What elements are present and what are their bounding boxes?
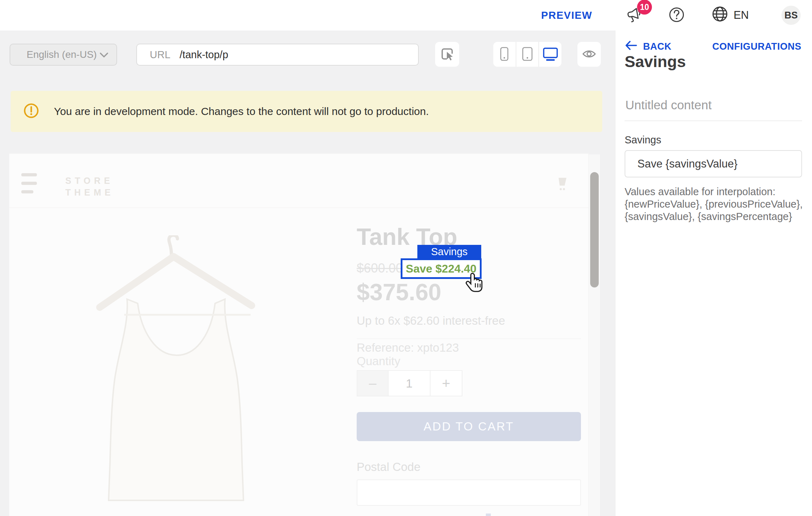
phone-icon [500, 47, 509, 62]
top-bar: PREVIEW 10 [0, 0, 812, 31]
chevron-down-icon [99, 49, 109, 60]
preview-pane: English (en-US) URL [0, 31, 615, 516]
eye-icon [582, 49, 597, 60]
locale-select[interactable]: English (en-US) [10, 44, 117, 66]
savings-value-text: Save $224.40 [402, 260, 480, 277]
savings-block-tag: Savings [417, 245, 481, 258]
device-toggle-group [493, 42, 561, 67]
device-desktop-button[interactable] [538, 42, 561, 67]
site-editor: PREVIEW 10 [0, 0, 812, 516]
details-divider [357, 339, 581, 339]
tablet-icon [522, 47, 533, 62]
preview-link[interactable]: PREVIEW [541, 10, 592, 21]
element-selector-button[interactable] [435, 42, 459, 67]
back-button[interactable]: BACK [625, 40, 671, 53]
interpolation-helper-text: Values available for interpolation: {new… [625, 186, 804, 223]
device-tablet-button[interactable] [516, 42, 539, 67]
savings-block-highlight[interactable]: Save $224.40 [401, 258, 482, 279]
configurations-link[interactable]: CONFIGURATIONS [712, 41, 801, 52]
quantity-value: 1 [389, 371, 430, 396]
selling-price: $375.60 [357, 279, 441, 306]
sidebar-title: Savings [625, 53, 686, 71]
quantity-label: Quantity [357, 355, 400, 368]
product-image [94, 235, 258, 506]
help-icon [668, 6, 685, 24]
notifications-button[interactable]: 10 [626, 6, 643, 24]
locale-select-value: English (en-US) [27, 49, 97, 60]
cart-icon[interactable] [553, 175, 571, 195]
notification-badge: 10 [637, 0, 652, 15]
hamburger-menu-icon[interactable] [21, 173, 37, 193]
postal-code-input[interactable] [357, 479, 581, 506]
quantity-increase-button[interactable]: + [430, 371, 462, 396]
url-prefix-label: URL [150, 49, 170, 61]
language-selector[interactable]: EN [711, 5, 749, 26]
language-code: EN [734, 9, 749, 22]
url-field: URL [136, 44, 419, 66]
device-phone-button[interactable] [493, 42, 516, 67]
select-element-icon [439, 46, 455, 63]
sidebar-header: BACK CONFIGURATIONS [625, 40, 801, 53]
store-preview-frame: STORE THEME Tank Top $60 [9, 154, 588, 516]
content-name-input[interactable] [625, 98, 802, 121]
arrow-left-icon [625, 40, 637, 53]
dev-mode-banner: You are in development mode. Changes to … [11, 91, 602, 132]
back-label: BACK [643, 41, 671, 52]
url-input[interactable] [180, 49, 410, 61]
globe-icon [711, 5, 729, 26]
preview-eye-button[interactable] [577, 42, 601, 67]
product-reference: Reference: xpto123 [357, 341, 459, 355]
desktop-icon [543, 47, 558, 62]
avatar[interactable]: BS [781, 6, 801, 25]
add-to-cart-button[interactable]: ADD TO CART [357, 412, 581, 441]
store-header-divider [9, 208, 588, 208]
warning-icon [23, 103, 39, 120]
savings-field-label: Savings [625, 134, 661, 146]
list-price: $600.00 [357, 261, 403, 276]
help-button[interactable] [668, 6, 685, 24]
cropped-element-fragment [486, 514, 491, 516]
store-logo: STORE THEME [65, 175, 114, 198]
savings-field-input[interactable] [625, 150, 802, 177]
preview-scrollbar-thumb[interactable] [590, 172, 599, 287]
preview-scrollbar-track[interactable] [588, 154, 600, 516]
dev-mode-message: You are in development mode. Changes to … [54, 105, 429, 117]
editor-sidebar: BACK CONFIGURATIONS Savings Savings Valu… [615, 31, 812, 516]
quantity-decrease-button[interactable]: – [357, 371, 389, 396]
quantity-stepper: – 1 + [357, 370, 462, 396]
installments-text: Up to 6x $62.60 interest-free [357, 314, 505, 328]
postal-code-label: Postal Code [357, 460, 421, 474]
